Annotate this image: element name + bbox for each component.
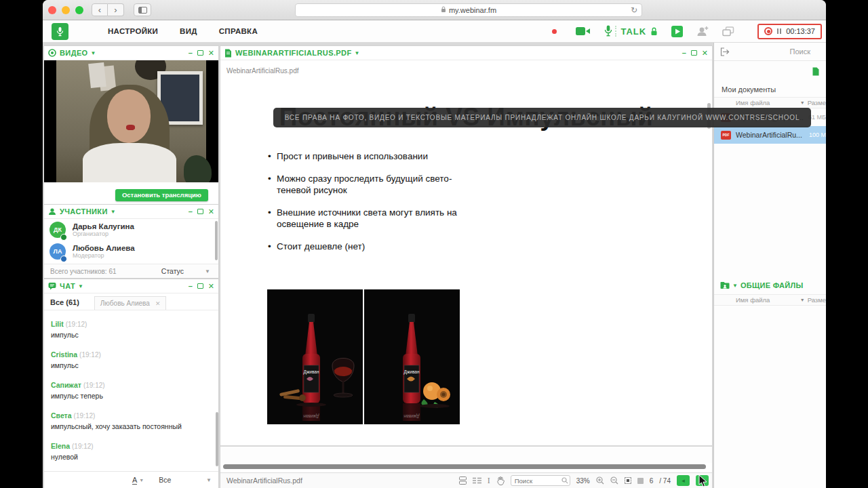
column-file-name[interactable]: Имя файла [736,99,770,106]
chevron-down-icon[interactable]: ▼ [206,477,212,483]
column-file-size[interactable]: Разме [808,296,826,304]
export-icon[interactable] [720,47,730,56]
chat-tab-private[interactable]: Любовь Алиева ✕ [94,296,167,310]
maximize-panel-icon[interactable] [691,50,697,56]
message-text: импульсный, хочу заказать постоянный [51,422,212,430]
pdf-file-name: WebinarArtificialRus.pdf [226,476,302,485]
pdf-horizontal-scrollbar[interactable] [223,464,706,469]
talk-label[interactable]: TALK [620,26,646,37]
message-time: (19:12) [79,351,101,359]
message-text: нулевой [51,453,212,461]
chevron-down-icon[interactable]: ▼ [732,283,738,289]
minimize-panel-icon[interactable]: – [189,283,193,290]
my-documents-label[interactable]: Мои документы [714,81,826,97]
minimize-panel-icon[interactable]: – [189,49,193,57]
recording-time: 00:13:37 [786,27,815,35]
zoom-in-icon[interactable] [596,476,604,485]
column-file-name[interactable]: Имя файла [736,296,770,304]
sidebar-toggle-button[interactable] [134,3,151,16]
pause-recording-icon[interactable] [777,28,781,34]
chevron-down-icon[interactable]: ▼ [78,283,83,289]
microphone-logo-icon [56,26,64,37]
play-icon [671,26,683,37]
windows-icon [722,26,734,37]
message-author: Lilit [51,320,64,328]
url-text: my.webinar.fm [449,6,496,14]
close-panel-icon[interactable]: ✕ [208,208,214,216]
message-author: Cristina [51,350,77,359]
refresh-icon[interactable]: ↻ [631,5,637,15]
document-tab-label[interactable]: WebinarArtificialRus.pdf [226,67,299,75]
mic-button[interactable] [604,25,612,37]
font-style-button[interactable]: А [132,476,137,485]
file-name: WebinarArtificialRu... [736,131,802,139]
participants-scrollbar[interactable] [215,221,218,260]
chevron-down-icon[interactable]: ▼ [139,478,144,483]
menu-settings[interactable]: НАСТРОЙКИ [108,27,158,35]
media-library-icon[interactable] [812,67,820,76]
bottle-glass-photo: Дживан Дживан [267,289,363,424]
chat-scrollbar[interactable] [216,412,218,466]
camera-icon [576,26,591,36]
close-panel-icon[interactable]: ✕ [208,49,214,57]
stop-broadcast-button[interactable]: Остановить трансляцию [115,189,208,201]
talk-lock-button[interactable] [650,27,658,36]
bottle-brand-label: Дживан [304,369,319,375]
fit-page-icon[interactable] [637,478,644,484]
slide-bullets: Прост и привычен в использовании Можно с… [268,150,458,263]
current-page[interactable]: 6 [650,477,654,485]
message-time: (19:12) [66,321,87,328]
slide-bullet: Внешние источники света могут влиять на … [268,207,458,230]
status-dropdown[interactable]: Статус [161,267,184,275]
browser-forward-button[interactable]: › [108,3,124,16]
participant-row[interactable]: ДК Дарья Калугина Организатор [44,219,218,241]
column-file-size[interactable]: Разме [808,99,826,106]
recipient-dropdown[interactable]: Все [159,476,171,484]
minimize-window-button[interactable] [62,6,70,14]
address-bar[interactable]: my.webinar.fm ↻ [295,3,642,17]
shared-files-section[interactable]: ▼ ОБЩИЕ ФАЙЛЫ [714,277,826,294]
zoom-out-icon[interactable] [610,476,618,485]
text-select-tool-icon[interactable]: I [488,476,490,486]
chevron-down-icon[interactable]: ▼ [111,209,116,215]
zoom-level: 33% [576,477,590,485]
previous-page-button[interactable]: ◂ [677,475,690,486]
menu-help[interactable]: СПРАВКА [219,27,258,35]
chevron-down-icon[interactable]: ▼ [355,50,360,56]
chat-messages[interactable]: Lilit(19:12) импульс Cristina(19:12) имп… [44,310,218,470]
thumbnails-icon[interactable] [459,476,467,485]
close-panel-icon[interactable]: ✕ [702,49,708,57]
file-row-selected[interactable]: PDF WebinarArtificialRu... 100 М [714,126,826,144]
close-window-button[interactable] [48,6,56,14]
minimize-panel-icon[interactable]: – [682,49,686,57]
search-icon[interactable] [561,477,568,484]
slide-bullet: Прост и привычен в использовании [268,150,458,162]
total-pages: / 74 [659,477,671,485]
fit-width-icon[interactable] [625,477,631,484]
files-search[interactable]: Поиск [790,47,810,56]
minimize-panel-icon[interactable]: – [189,208,193,216]
maximize-panel-icon[interactable] [197,283,203,289]
sort-arrow-icon[interactable]: ▼ [800,100,805,105]
chat-message: Daria(19:13) постоянный [51,470,212,470]
layout-windows-button[interactable] [722,26,734,37]
chevron-down-icon[interactable]: ▼ [205,268,210,274]
sort-arrow-icon[interactable]: ▼ [800,298,805,302]
browser-back-button[interactable]: ‹ [92,3,108,16]
maximize-panel-icon[interactable] [197,50,203,56]
hand-tool-icon[interactable] [496,476,505,485]
participant-row[interactable]: ЛА Любовь Алиева Модератор [44,241,218,262]
menu-view[interactable]: ВИД [180,27,197,35]
copyright-banner: ВСЕ ПРАВА НА ФОТО, ВИДЕО И ТЕКСТОВЫЕ МАТ… [273,108,811,127]
webinar-logo [52,23,68,40]
chevron-down-icon[interactable]: ▼ [91,50,96,56]
camera-button[interactable] [576,26,591,36]
invite-user-button[interactable] [696,26,709,37]
outline-icon[interactable] [473,477,481,484]
broadcast-button[interactable] [671,26,683,37]
zoom-window-button[interactable] [75,6,83,14]
maximize-panel-icon[interactable] [197,209,203,214]
close-panel-icon[interactable]: ✕ [208,283,214,290]
close-tab-icon[interactable]: ✕ [155,300,161,307]
chat-tab-all[interactable]: Все (61) [50,298,79,310]
